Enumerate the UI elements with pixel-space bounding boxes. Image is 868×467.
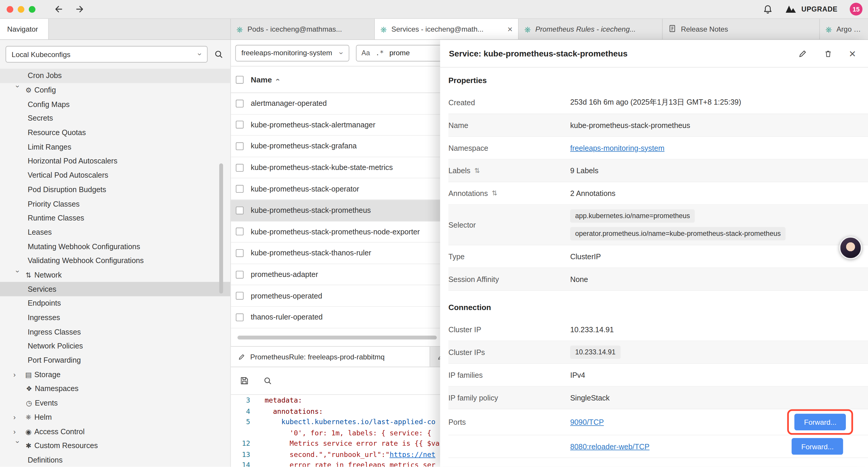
user-avatar[interactable] — [839, 236, 862, 259]
match-case-toggle[interactable]: Aa — [362, 49, 370, 57]
row-checkbox[interactable] — [236, 313, 243, 321]
sidebar-item-helm[interactable]: ›⎈Helm — [0, 410, 230, 424]
sidebar-item-services[interactable]: Services — [0, 282, 230, 296]
sidebar-item-vertical-pod-autoscalers[interactable]: Vertical Pod Autoscalers — [0, 168, 230, 182]
tab-prometheus-rules-icecheng[interactable]: ⎈Prometheus Rules - icecheng... — [519, 19, 663, 39]
editor-search-icon[interactable] — [264, 376, 272, 385]
maximize-window-button[interactable] — [29, 6, 35, 12]
tab-pods-icecheng-mathmas[interactable]: ⎈Pods - icecheng@mathmas... — [231, 19, 375, 39]
select-all-checkbox[interactable] — [236, 76, 243, 83]
chevron-down-icon[interactable]: › — [14, 270, 22, 280]
sidebar-item-port-forwarding[interactable]: Port Forwarding — [0, 353, 230, 368]
save-icon[interactable] — [240, 376, 249, 385]
close-tab-icon[interactable]: × — [507, 24, 513, 34]
sidebar-item-custom-resources[interactable]: ›✱Custom Resources — [0, 439, 230, 453]
delete-trash-icon[interactable] — [824, 49, 833, 58]
tab-services-icecheng-math[interactable]: ⎈Services - icecheng@math...× — [375, 19, 519, 39]
sidebar-item-config-maps[interactable]: Config Maps — [0, 97, 230, 111]
forward-arrow-icon[interactable] — [75, 4, 84, 14]
sidebar-item-label: Ingresses — [28, 314, 60, 322]
sidebar-item-definitions[interactable]: Definitions — [0, 453, 230, 467]
chevron-down-icon[interactable]: › — [14, 85, 22, 95]
sidebar-item-network-policies[interactable]: Network Policies — [0, 339, 230, 353]
horizontal-scrollbar[interactable] — [238, 335, 437, 339]
sidebar-scrollbar[interactable] — [219, 164, 223, 293]
row-checkbox[interactable] — [236, 164, 243, 171]
notifications-bell-icon[interactable] — [763, 4, 773, 14]
sidebar-item-label: Namespaces — [35, 384, 79, 393]
sidebar-search-icon[interactable] — [214, 50, 224, 59]
row-checkbox[interactable] — [236, 185, 243, 193]
value-chip: app.kubernetes.io/name=prometheus — [570, 209, 695, 223]
sidebar-item-horizontal-pod-autoscalers[interactable]: Horizontal Pod Autoscalers — [0, 154, 230, 168]
sidebar-item-priority-classes[interactable]: Priority Classes — [0, 197, 230, 211]
back-arrow-icon[interactable] — [54, 4, 64, 14]
sidebar-item-leases[interactable]: Leases — [0, 225, 230, 239]
close-drawer-icon[interactable]: × — [849, 48, 856, 59]
config-icon: ⚙ — [23, 86, 34, 94]
forward-button[interactable]: Forward... — [792, 438, 843, 455]
row-checkbox[interactable] — [236, 143, 243, 150]
sidebar-item-label: Definitions — [28, 456, 63, 464]
name-column-header[interactable]: Name › — [251, 75, 278, 84]
sidebar-item-storage[interactable]: ›▤Storage — [0, 368, 230, 382]
sidebar-item-mutating-webhook-configurations[interactable]: Mutating Webhook Configurations — [0, 239, 230, 254]
forward-button[interactable]: Forward... — [795, 414, 846, 430]
sort-icon[interactable]: ⇅ — [474, 167, 480, 174]
row-checkbox[interactable] — [236, 292, 243, 300]
sidebar-item-limit-ranges[interactable]: Limit Ranges — [0, 140, 230, 154]
row-label: Annotations⇅ — [448, 189, 570, 198]
sidebar-item-ingresses[interactable]: Ingresses — [0, 311, 230, 325]
row-checkbox[interactable] — [236, 206, 243, 214]
detail-row-selector: Selectorapp.kubernetes.io/name=prometheu… — [448, 205, 868, 245]
sidebar-item-access-control[interactable]: ›◉Access Control — [0, 425, 230, 439]
row-label: IP families — [448, 371, 570, 379]
sidebar-item-namespaces[interactable]: ❖Namespaces — [0, 382, 230, 396]
port-link[interactable]: 8080:reloader-web/TCP — [570, 442, 650, 450]
row-checkbox[interactable] — [236, 99, 243, 107]
minimize-window-button[interactable] — [18, 6, 24, 12]
sidebar-item-label: Leases — [28, 228, 52, 236]
chevron-right-icon[interactable]: › — [13, 413, 23, 420]
navigator-panel-tab[interactable]: Navigator — [0, 19, 49, 39]
section-title-connection: Connection — [448, 291, 868, 319]
dock-tab-prometheusrule[interactable]: PrometheusRule: freeleaps-prod-rabbitmq — [231, 347, 430, 367]
chevron-right-icon[interactable]: › — [13, 428, 23, 435]
kubeconfig-select[interactable]: Local Kubeconfigs › — [6, 46, 208, 63]
chevron-right-icon[interactable]: › — [13, 371, 23, 378]
sidebar-item-network[interactable]: ›⇅Network — [0, 268, 230, 282]
tab-release-notes[interactable]: Release Notes — [663, 19, 820, 39]
row-value: 10.233.14.91 — [570, 341, 855, 363]
row-checkbox[interactable] — [236, 249, 243, 257]
sidebar-item-events[interactable]: ◷Events — [0, 396, 230, 410]
storage-icon: ▤ — [23, 370, 34, 379]
upgrade-button[interactable]: UPGRADE — [785, 5, 838, 13]
row-checkbox[interactable] — [236, 270, 243, 278]
notification-count-badge[interactable]: 15 — [850, 3, 862, 16]
chevron-down-icon[interactable]: › — [14, 441, 22, 450]
namespace-link[interactable]: freeleaps-monitoring-system — [570, 144, 664, 152]
sidebar-item-ingress-classes[interactable]: Ingress Classes — [0, 325, 230, 339]
row-checkbox[interactable] — [236, 228, 243, 236]
close-window-button[interactable] — [6, 6, 13, 12]
namespace-filter-select[interactable]: freeleaps-monitoring-system › — [235, 45, 349, 61]
custom-icon: ✱ — [23, 442, 34, 450]
regex-toggle[interactable]: .* — [375, 49, 384, 57]
sidebar-item-secrets[interactable]: Secrets — [0, 111, 230, 126]
sidebar-item-validating-webhook-configurations[interactable]: Validating Webhook Configurations — [0, 254, 230, 268]
sidebar-item-endpoints[interactable]: Endpoints — [0, 296, 230, 310]
detail-row-namespace: Namespacefreeleaps-monitoring-system — [448, 137, 868, 159]
tab-argo-se[interactable]: ⎈Argo Se... — [820, 19, 868, 39]
sidebar-item-pod-disruption-budgets[interactable]: Pod Disruption Budgets — [0, 182, 230, 197]
sort-icon[interactable]: ⇅ — [492, 189, 497, 197]
row-checkbox[interactable] — [236, 121, 243, 128]
sidebar-item-runtime-classes[interactable]: Runtime Classes — [0, 211, 230, 225]
sidebar-item-config[interactable]: ›⚙Config — [0, 83, 230, 97]
edit-pencil-icon[interactable] — [798, 49, 807, 58]
sidebar-item-label: Vertical Pod Autoscalers — [28, 171, 108, 179]
sidebar-item-label: Helm — [34, 413, 52, 421]
sidebar-item-resource-quotas[interactable]: Resource Quotas — [0, 126, 230, 140]
service-name: kube-prometheus-stack-alertmanager — [251, 121, 375, 129]
port-link[interactable]: 9090/TCP — [570, 418, 604, 426]
sidebar-item-cron-jobs[interactable]: Cron Jobs — [0, 68, 230, 83]
